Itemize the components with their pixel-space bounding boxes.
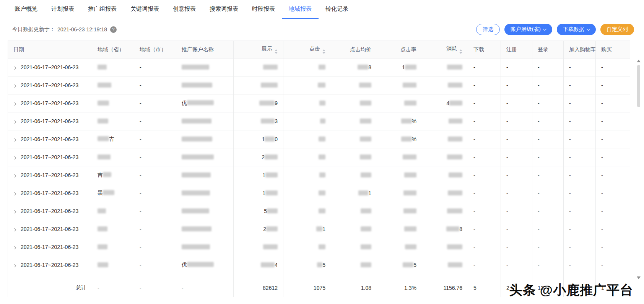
tab-7[interactable]: 时段报表: [245, 0, 282, 19]
expand-row-icon[interactable]: [13, 120, 16, 124]
redacted-value: [403, 190, 416, 195]
chevron-down-icon: [587, 27, 590, 31]
column-label: 点击: [309, 46, 320, 52]
cell-download: -: [468, 94, 501, 112]
scroll-down-icon[interactable]: [637, 276, 641, 279]
column-header-ctr: 点击率: [377, 41, 422, 59]
total-date: 总计: [8, 279, 92, 297]
cell-cost: [422, 166, 468, 184]
cell-register: -: [501, 184, 532, 202]
redacted-value: [448, 262, 462, 267]
table-row: 2021-06-17~2021-06-23-3%-----: [8, 112, 630, 130]
column-header-show[interactable]: 展示: [234, 41, 283, 59]
redacted-value: [403, 83, 416, 88]
cell-cpc: [331, 202, 377, 220]
date-range: 2021-06-17~2021-06-23: [21, 208, 78, 214]
update-prefix: 今日数据更新于：: [12, 26, 55, 33]
cell-cpc: [331, 148, 377, 166]
tab-2[interactable]: 计划报表: [44, 0, 81, 19]
cell-account: [176, 59, 234, 76]
vertical-scrollbar[interactable]: [636, 60, 641, 279]
sort-icon[interactable]: [275, 49, 278, 54]
cell-cart: -: [564, 166, 596, 184]
help-icon[interactable]: ?: [110, 26, 117, 33]
custom-columns-button[interactable]: 自定义列: [600, 24, 634, 35]
redacted-value: [446, 226, 459, 231]
sort-icon[interactable]: [459, 49, 462, 54]
cell-cpc: [331, 130, 377, 148]
table-row: 2021-06-17~2021-06-23-优455-----: [8, 256, 630, 274]
column-label: 购买: [601, 46, 612, 52]
date-range: 2021-06-17~2021-06-23: [21, 64, 78, 70]
cell-date: 2021-06-17~2021-06-23: [8, 166, 92, 184]
expand-row-icon[interactable]: [13, 210, 16, 213]
cell-cost: [422, 184, 468, 202]
cell-account: [176, 220, 234, 238]
cell-province: 吉: [92, 166, 134, 184]
cell-click: [283, 130, 331, 148]
redacted-value: [187, 262, 214, 267]
tab-4[interactable]: 关键词报表: [124, 0, 166, 19]
column-header-cart: 加入购物车: [564, 41, 596, 59]
cell-city: -: [134, 94, 176, 112]
scrollbar-thumb[interactable]: [637, 65, 640, 107]
column-label: 点击率: [400, 46, 416, 52]
redacted-value: [266, 226, 278, 231]
cell-show: 4: [234, 256, 283, 274]
column-header-cpc: 点击均价: [331, 41, 377, 59]
expand-row-icon[interactable]: [13, 174, 16, 177]
redacted-value: [361, 172, 371, 177]
cell-account: [176, 76, 234, 94]
expand-row-icon[interactable]: [13, 85, 16, 88]
column-header-cost[interactable]: 消耗: [422, 41, 468, 59]
total-cost: 1156.76: [422, 279, 468, 297]
cell-city: -: [134, 112, 176, 130]
expand-row-icon[interactable]: [13, 138, 16, 141]
cell-register: -: [501, 220, 532, 238]
cell-register: -: [501, 59, 532, 76]
cell-register: -: [501, 112, 532, 130]
column-header-date: 日期: [8, 41, 92, 59]
redacted-value: [98, 154, 111, 159]
visible-fragment: 1: [262, 172, 265, 178]
cell-show: 5: [234, 202, 283, 220]
cell-click: [283, 148, 331, 166]
visible-fragment: 0: [275, 136, 278, 142]
expand-row-icon[interactable]: [13, 102, 16, 106]
visible-fragment: 4: [275, 262, 278, 268]
total-cpc: 1.08: [331, 279, 377, 297]
cell-city: -: [134, 256, 176, 274]
tab-6[interactable]: 搜索词报表: [203, 0, 245, 19]
expand-row-icon[interactable]: [13, 67, 16, 70]
expand-row-icon[interactable]: [13, 264, 16, 267]
cell-ctr: [377, 148, 422, 166]
redacted-value: [98, 208, 106, 213]
redacted-value: [403, 262, 413, 267]
download-data-dropdown[interactable]: 下载数据: [557, 24, 596, 35]
sort-icon[interactable]: [322, 49, 325, 54]
cell-province: 黑: [92, 184, 134, 202]
expand-row-icon[interactable]: [13, 156, 16, 159]
cell-province: 古: [92, 130, 134, 148]
column-header-click[interactable]: 点击: [283, 41, 331, 59]
redacted-value: [405, 65, 416, 70]
cell-download: -: [468, 220, 501, 238]
tab-5[interactable]: 创意报表: [166, 0, 203, 19]
tab-3[interactable]: 推广组报表: [81, 0, 124, 19]
redacted-value: [182, 190, 210, 195]
expand-row-icon[interactable]: [13, 246, 16, 249]
expand-row-icon[interactable]: [13, 228, 16, 231]
tab-8[interactable]: 地域报表: [282, 0, 319, 19]
expand-row-icon[interactable]: [13, 192, 16, 195]
tab-9[interactable]: 转化记录: [319, 0, 355, 19]
cell-cart: -: [564, 148, 596, 166]
tab-1[interactable]: 账户概览: [8, 0, 44, 19]
column-label: 消耗: [446, 46, 457, 52]
visible-fragment: 吉: [98, 172, 103, 178]
column-header-login: 登录: [532, 41, 564, 59]
cell-click: 5: [283, 256, 331, 274]
filter-button[interactable]: 筛选: [476, 24, 500, 35]
scroll-up-icon[interactable]: [637, 60, 641, 62]
account-level-dropdown[interactable]: 账户层级(省): [504, 24, 552, 35]
column-header-city: 地域（市）: [134, 41, 176, 59]
